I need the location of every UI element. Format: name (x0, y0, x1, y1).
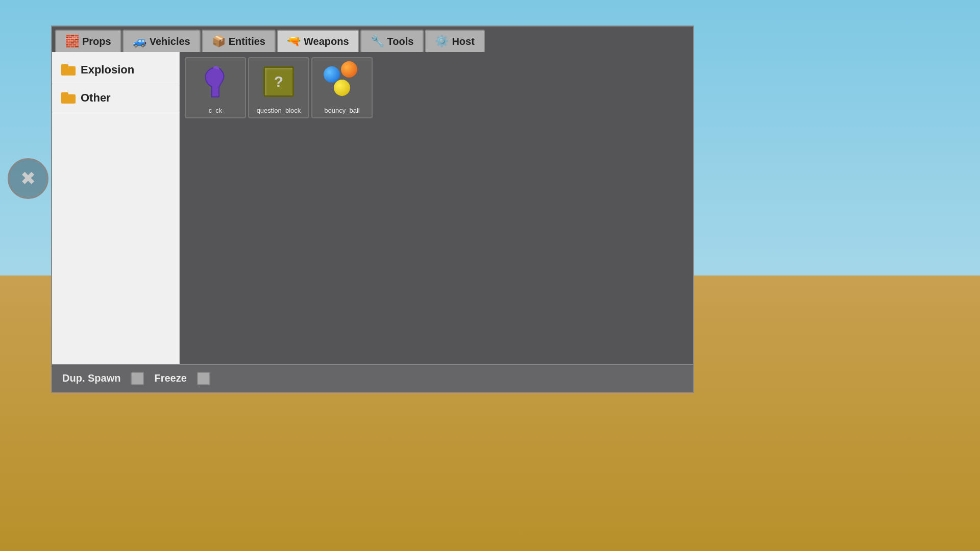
question-block-shape (263, 66, 294, 97)
c-ck-visual (195, 62, 236, 101)
c-ck-label: c_ck (209, 107, 223, 114)
item-question-block[interactable]: question_block (248, 57, 309, 118)
tab-props[interactable]: 🧱 Props (55, 30, 121, 52)
question-block-visual (258, 62, 299, 101)
ball-group (322, 61, 362, 102)
tools-circle-icon: ✖ (20, 168, 36, 189)
props-icon: 🧱 (65, 35, 79, 48)
folder-explosion-icon (61, 64, 76, 76)
question-block-label: question_block (257, 107, 301, 114)
c-ck-svg (202, 64, 230, 99)
tools-circle-button[interactable]: ✖ (8, 158, 48, 199)
bouncy-ball-label: bouncy_ball (324, 107, 359, 114)
tab-bar: 🧱 Props 🚙 Vehicles 📦 Entities 🔫 Weapons … (52, 27, 693, 52)
yellow-ball (334, 80, 350, 96)
dup-spawn-checkbox[interactable] (131, 372, 144, 385)
tab-weapons[interactable]: 🔫 Weapons (277, 30, 359, 52)
tab-host[interactable]: ⚙️ Host (425, 30, 484, 52)
main-panel: 🧱 Props 🚙 Vehicles 📦 Entities 🔫 Weapons … (51, 26, 694, 393)
entities-icon: 📦 (212, 35, 226, 48)
sidebar-explosion-label: Explosion (81, 63, 134, 77)
bouncy-ball-visual (322, 62, 362, 101)
item-c-ck[interactable]: c_ck (185, 57, 246, 118)
orange-ball (341, 61, 357, 78)
sidebar-item-other[interactable]: Other (52, 84, 179, 112)
tab-props-label: Props (82, 36, 111, 47)
tab-host-label: Host (452, 36, 474, 47)
sidebar-item-explosion[interactable]: Explosion (52, 56, 179, 84)
tab-entities-label: Entities (229, 36, 265, 47)
tab-entities[interactable]: 📦 Entities (202, 30, 276, 52)
content-area: Explosion Other (52, 52, 693, 364)
folder-other-icon (61, 92, 76, 104)
freeze-label: Freeze (154, 372, 186, 384)
blue-ball (324, 66, 340, 83)
tab-vehicles-label: Vehicles (150, 36, 190, 47)
tab-weapons-label: Weapons (304, 36, 349, 47)
tab-tools[interactable]: 🔧 Tools (360, 30, 424, 52)
vehicles-icon: 🚙 (133, 35, 146, 48)
tools-icon: 🔧 (371, 35, 384, 48)
host-icon: ⚙️ (435, 35, 449, 48)
sidebar-other-label: Other (81, 91, 111, 105)
bottom-bar: Dup. Spawn Freeze (52, 364, 693, 392)
weapons-icon: 🔫 (287, 35, 301, 48)
items-grid: c_ck question_block (180, 52, 693, 364)
item-bouncy-ball[interactable]: bouncy_ball (311, 57, 373, 118)
freeze-checkbox[interactable] (197, 372, 210, 385)
tab-vehicles[interactable]: 🚙 Vehicles (122, 30, 201, 52)
dup-spawn-label: Dup. Spawn (62, 372, 120, 384)
tab-tools-label: Tools (387, 36, 414, 47)
sidebar: Explosion Other (52, 52, 180, 364)
